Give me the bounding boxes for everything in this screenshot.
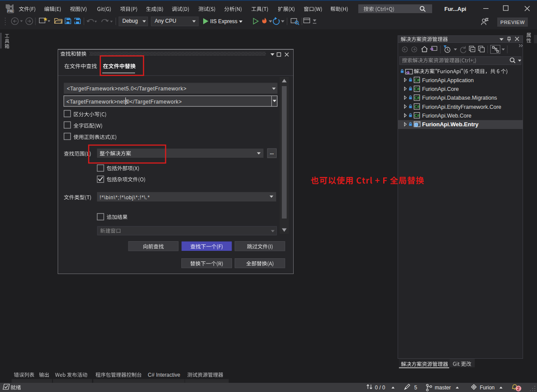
svg-text:!*\bin\*;!*\obj\*;!*\.*: !*\bin\*;!*\obj\*;!*\.* <box>100 194 150 201</box>
svg-text:FurionApi.Web.Core: FurionApi.Web.Core <box>422 113 471 119</box>
svg-text:FurionApi.Application: FurionApi.Application <box>422 77 474 83</box>
svg-text:Any CPU: Any CPU <box>155 18 176 24</box>
svg-text:Fur...Api: Fur...Api <box>444 6 466 12</box>
svg-text:FurionApi.EntityFramework.Core: FurionApi.EntityFramework.Core <box>422 104 501 110</box>
svg-text:PRE: PRE <box>7 10 14 13</box>
svg-text:PREVIEW: PREVIEW <box>500 20 525 25</box>
svg-text:0 / 0: 0 / 0 <box>375 385 385 391</box>
svg-text:master: master <box>435 385 451 391</box>
svg-text:FurionApi.Web.Entry: FurionApi.Web.Entry <box>422 121 479 128</box>
svg-text:...: ... <box>270 150 274 155</box>
svg-text:IIS Express: IIS Express <box>210 18 237 24</box>
svg-text:5: 5 <box>414 385 417 391</box>
svg-text:<TargetFramework>net6: <TargetFramework>net6 <box>66 99 128 105</box>
svg-text:Debug: Debug <box>122 18 138 24</box>
svg-text:FurionApi.Database.Migrations: FurionApi.Database.Migrations <box>422 95 497 101</box>
svg-text:<TargetFramework>net5.0</Targe: <TargetFramework>net5.0</TargetFramework… <box>67 86 187 92</box>
svg-text:Furion: Furion <box>480 385 495 391</box>
svg-text:0</TargetFramework>: 0</TargetFramework> <box>127 99 182 105</box>
svg-text:2: 2 <box>517 386 520 391</box>
svg-text:C# Interactive: C# Interactive <box>148 372 180 378</box>
svg-text:FurionApi.Core: FurionApi.Core <box>422 86 459 92</box>
